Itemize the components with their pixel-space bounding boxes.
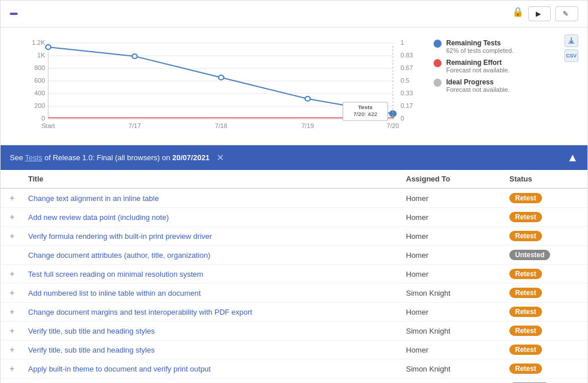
edit-button[interactable]: ✎ [555, 6, 578, 21]
svg-text:1.2K: 1.2K [32, 40, 45, 46]
filter-arrow-icon: ▲ [567, 151, 578, 164]
test-title[interactable]: Verify title, sub title and heading styl… [24, 327, 406, 335]
svg-text:7/18: 7/18 [215, 123, 227, 129]
chart-download-icon[interactable] [564, 34, 578, 47]
filter-tests-link[interactable]: Tests [25, 153, 42, 162]
status-cell: Retest [509, 231, 578, 241]
edit-icon: ✎ [563, 10, 568, 18]
add-row-button[interactable]: + [10, 326, 24, 335]
legend-ideal-progress-sub: Forecast not available. [446, 86, 510, 93]
test-title[interactable]: Add numbered list to inline table within… [24, 289, 406, 297]
svg-text:7/17: 7/17 [129, 123, 141, 129]
status-badge: Retest [509, 269, 542, 279]
svg-text:0.67: 0.67 [401, 65, 413, 71]
table-row: Change document margins and test interop… [1, 378, 587, 383]
legend-ideal-progress: Ideal Progress Forecast not available. [434, 78, 555, 93]
chart-legend: Remaining Tests 62% of tests completed. … [429, 34, 555, 98]
table-row: + Test full screen reading on minimal re… [1, 265, 587, 284]
chart-csv-icon[interactable]: CSV [564, 49, 578, 62]
test-title[interactable]: Change text alignment in an inline table [24, 194, 406, 203]
assigned-to: Homer [406, 213, 509, 222]
status-badge: Retest [509, 212, 542, 222]
svg-text:0: 0 [41, 115, 45, 122]
filter-text: See Tests of Release 1.0: Final (all bro… [10, 153, 210, 162]
add-row-button[interactable]: + [10, 307, 24, 316]
legend-dot-blue [434, 40, 442, 48]
status-cell: Retest [509, 212, 578, 222]
table-row: Change document attributes (author, titl… [1, 246, 587, 265]
release-badge [10, 13, 18, 15]
table-row: + Verify formula rendering with built-in… [1, 227, 587, 246]
test-title[interactable]: Test full screen reading on minimal reso… [24, 270, 406, 278]
add-row-button[interactable]: + [10, 345, 24, 354]
table-row: + Change document margins and test inter… [1, 303, 587, 322]
assigned-to: Homer [406, 346, 509, 354]
test-title[interactable]: Change document attributes (author, titl… [24, 251, 406, 260]
status-cell: Retest [509, 363, 578, 374]
svg-text:Start: Start [41, 123, 55, 129]
svg-text:600: 600 [34, 78, 45, 84]
svg-text:0.33: 0.33 [401, 90, 413, 96]
col-add-header [10, 175, 24, 183]
svg-text:0.17: 0.17 [401, 103, 413, 109]
assigned-to: Simon Knight [406, 327, 509, 335]
svg-text:7/20: 7/20 [386, 123, 399, 129]
add-row-button[interactable]: + [10, 269, 24, 278]
test-title[interactable]: Apply built-in theme to document and ver… [24, 365, 406, 373]
svg-point-29 [45, 45, 51, 49]
table-header: Title Assigned To Status [1, 170, 587, 189]
filter-close-icon[interactable]: ✕ [216, 152, 224, 163]
status-badge: Retest [509, 363, 542, 374]
test-title[interactable]: Change document margins and test interop… [24, 308, 406, 316]
table-row: + Apply built-in theme to document and v… [1, 359, 587, 378]
legend-ideal-progress-title: Ideal Progress [446, 78, 510, 86]
svg-text:7/20: 422: 7/20: 422 [353, 111, 377, 117]
svg-text:1: 1 [401, 40, 404, 46]
status-cell: Retest [509, 326, 578, 336]
svg-text:Tests: Tests [358, 105, 372, 110]
test-title[interactable]: Add new review data point (including not… [24, 213, 406, 222]
chart-section: 1.2K 1K 800 600 400 200 0 1 0.83 0.67 0.… [1, 28, 587, 145]
header-actions: 🔒 ▶ ✎ [512, 6, 578, 21]
legend-remaining-tests-sub: 62% of tests completed. [446, 47, 513, 54]
add-row-button[interactable]: + [10, 288, 24, 297]
test-title[interactable]: Verify title, sub title and heading styl… [24, 346, 406, 354]
add-row-button[interactable]: + [10, 231, 24, 241]
status-badge: Retest [509, 193, 542, 203]
assigned-to: Homer [406, 270, 509, 278]
status-cell: Retest [509, 269, 578, 279]
svg-point-32 [305, 96, 310, 101]
svg-text:1K: 1K [37, 52, 45, 59]
table-row: + Add numbered list to inline table with… [1, 284, 587, 303]
chart-icon-buttons: CSV [564, 34, 578, 62]
svg-point-30 [132, 54, 137, 59]
col-title-header: Title [24, 175, 406, 183]
legend-remaining-effort-sub: Forecast not available. [446, 67, 510, 73]
table-row: + Change text alignment in an inline tab… [1, 189, 587, 208]
status-badge: Retest [509, 345, 542, 355]
rerun-icon: ▶ [536, 10, 541, 18]
filter-bar: See Tests of Release 1.0: Final (all bro… [1, 145, 587, 170]
status-cell: Untested [509, 250, 578, 260]
legend-dot-red [434, 59, 442, 67]
add-row-button[interactable]: + [10, 364, 24, 373]
rerun-button[interactable]: ▶ [528, 6, 551, 21]
table-rows-container: + Change text alignment in an inline tab… [1, 189, 587, 383]
status-cell: Retest [509, 288, 578, 298]
add-row-button[interactable]: + [10, 194, 24, 203]
status-cell: Retest [509, 193, 578, 203]
table-row: + Verify title, sub title and heading st… [1, 322, 587, 341]
svg-text:0.5: 0.5 [401, 78, 410, 84]
add-row-button[interactable]: + [10, 212, 24, 222]
svg-text:200: 200 [34, 103, 45, 109]
status-cell: Retest [509, 307, 578, 317]
assigned-to: Homer [406, 194, 509, 203]
col-status-header: Status [509, 175, 578, 183]
svg-text:0.83: 0.83 [401, 52, 413, 59]
svg-point-31 [219, 75, 224, 80]
assigned-to: Homer [406, 232, 509, 241]
svg-text:7/19: 7/19 [301, 123, 314, 129]
svg-text:400: 400 [34, 90, 45, 96]
test-title[interactable]: Verify formula rendering with built-in p… [24, 232, 406, 241]
table-row: + Add new review data point (including n… [1, 208, 587, 227]
